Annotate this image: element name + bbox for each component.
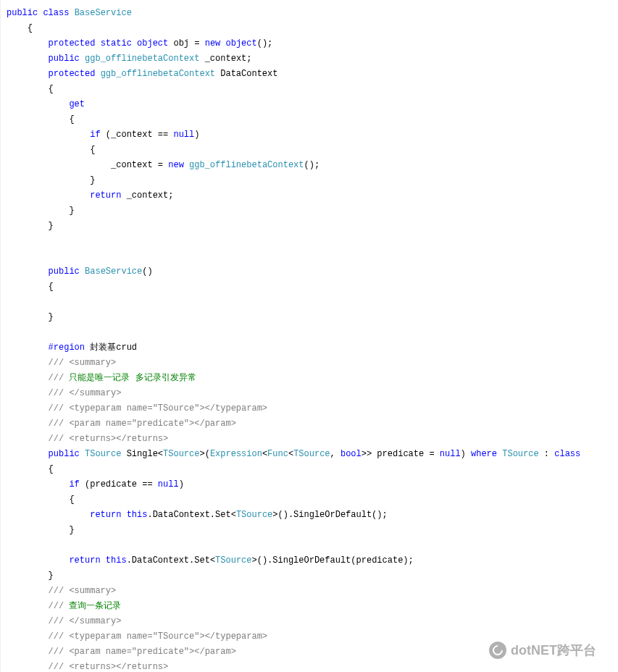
- token-cmt: /// <typeparam name="TSource"></typepara…: [49, 631, 267, 642]
- token-type: BaseService: [75, 8, 132, 18]
- token-kw: public: [49, 449, 80, 459]
- token-kw: return: [90, 190, 121, 201]
- code-line: /// 只能是唯一记录 多记录引发异常: [7, 371, 615, 386]
- token-kw: this: [106, 555, 127, 566]
- token-type: ggb_offlinebetaContext: [189, 160, 304, 170]
- token-cmt: /// <returns></returns>: [49, 662, 169, 672]
- code-line: /// </summary>: [7, 614, 615, 629]
- token-kw: where: [471, 449, 497, 459]
- code-line: public TSource Single<TSource>(Expressio…: [7, 447, 615, 462]
- token-type: Func: [267, 449, 288, 459]
- code-line: /// <returns></returns>: [7, 432, 615, 447]
- token-kw: class: [554, 449, 580, 459]
- token-type: ggb_offlinebetaContext: [101, 69, 215, 79]
- token-kw: public: [49, 266, 80, 277]
- code-line: /// 查询一条记录: [7, 599, 615, 614]
- code-line: /// <summary>: [7, 584, 615, 599]
- token-cmt: /// </summary>: [49, 388, 122, 398]
- code-line: get: [7, 97, 615, 112]
- token-kw: return: [90, 510, 121, 520]
- token-type: BaseService: [85, 266, 142, 277]
- code-block: public class BaseService { protected sta…: [0, 0, 618, 672]
- code-line: [7, 325, 615, 340]
- code-line: /// <typeparam name="TSource"></typepara…: [7, 629, 615, 644]
- code-line: /// <summary>: [7, 356, 615, 371]
- code-line: /// <param name="predicate"></param>: [7, 644, 615, 660]
- code-line: {: [7, 462, 615, 477]
- token-kw: static: [101, 38, 132, 49]
- token-kw: null: [173, 130, 194, 140]
- token-kw: #region: [49, 343, 85, 353]
- token-cmt: /// <returns></returns>: [49, 434, 169, 444]
- token-cmt: /// <summary>: [49, 586, 117, 596]
- code-line: return _context;: [7, 188, 615, 203]
- token-cmt: /// </summary>: [49, 616, 122, 626]
- code-line: public ggb_offlinebetaContext _context;: [7, 51, 615, 67]
- token-type: TSource: [163, 449, 199, 459]
- code-line: protected static object obj = new object…: [7, 36, 615, 51]
- token-kw: this: [127, 510, 148, 520]
- code-line: /// </summary>: [7, 386, 615, 401]
- token-kw: return: [69, 555, 100, 566]
- token-cmt: /// <param name="predicate"></param>: [49, 419, 236, 429]
- code-line: if (_context == null): [7, 127, 615, 143]
- code-line: {: [7, 280, 615, 295]
- code-line: if (predicate == null): [7, 477, 615, 492]
- code-line: return this.DataContext.Set<TSource>().S…: [7, 508, 615, 523]
- code-line: [7, 234, 615, 249]
- token-kw: protected: [49, 38, 96, 49]
- code-line: }: [7, 310, 615, 325]
- token-grn: 查询一条记录: [69, 601, 121, 611]
- code-line: _context = new ggb_offlinebetaContext();: [7, 158, 615, 173]
- token-kw: null: [158, 479, 179, 490]
- token-type: TSource: [236, 510, 272, 520]
- code-line: {: [7, 143, 615, 158]
- token-type: TSource: [293, 449, 330, 459]
- token-kw: null: [440, 449, 461, 459]
- code-line: public BaseService(): [7, 264, 615, 280]
- code-line: public class BaseService: [7, 6, 615, 21]
- token-kw: new: [205, 38, 221, 49]
- token-kw: object: [137, 38, 168, 49]
- code-line: protected ggb_offlinebetaContext DataCon…: [7, 67, 615, 82]
- token-type: Expression: [210, 449, 262, 459]
- code-line: {: [7, 112, 615, 127]
- token-kw: if: [69, 479, 79, 490]
- token-cmt: ///: [49, 601, 70, 611]
- code-line: }: [7, 568, 615, 584]
- code-line: [7, 249, 615, 264]
- code-line: /// <param name="predicate"></param>: [7, 416, 615, 432]
- token-type: ggb_offlinebetaContext: [85, 54, 199, 64]
- code-line: [7, 538, 615, 553]
- token-kw: class: [43, 8, 69, 18]
- code-line: [7, 295, 615, 310]
- token-kw: object: [226, 38, 257, 49]
- token-kw: new: [168, 160, 184, 170]
- code-line: #region 封装基crud: [7, 340, 615, 356]
- code-line: }: [7, 219, 615, 234]
- code-line: {: [7, 21, 615, 36]
- code-line: return this.DataContext.Set<TSource>().S…: [7, 553, 615, 568]
- code-line: {: [7, 492, 615, 508]
- token-cmt: ///: [49, 373, 70, 383]
- code-line: }: [7, 203, 615, 219]
- code-line: {: [7, 82, 615, 97]
- code-line: }: [7, 173, 615, 188]
- token-kw: if: [90, 130, 100, 140]
- token-kw: get: [69, 99, 85, 109]
- code-line: /// <typeparam name="TSource"></typepara…: [7, 401, 615, 416]
- token-type: TSource: [502, 449, 538, 459]
- code-line: }: [7, 523, 615, 538]
- token-kw: public: [49, 54, 80, 64]
- token-type: TSource: [85, 449, 121, 459]
- token-kw: bool: [341, 449, 362, 459]
- token-cmt: /// <summary>: [49, 358, 117, 368]
- code-line: /// <returns></returns>: [7, 660, 615, 672]
- token-kw: protected: [49, 69, 96, 79]
- token-type: TSource: [215, 555, 251, 566]
- token-kw: public: [7, 8, 38, 18]
- token-cmt: /// <param name="predicate"></param>: [49, 647, 236, 657]
- token-cmt: /// <typeparam name="TSource"></typepara…: [49, 403, 267, 413]
- token-grn: 只能是唯一记录 多记录引发异常: [69, 373, 196, 383]
